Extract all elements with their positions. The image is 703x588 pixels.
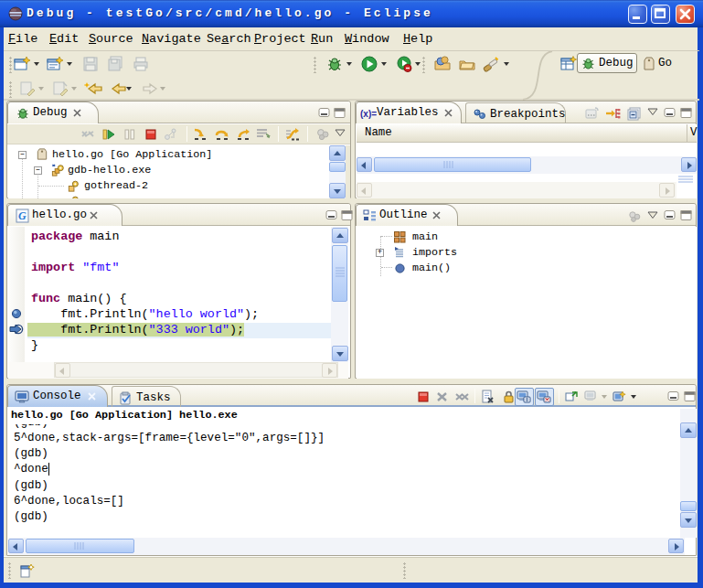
svg-text:G: G — [18, 209, 27, 222]
svg-text:(x)=: (x)= — [360, 109, 377, 119]
